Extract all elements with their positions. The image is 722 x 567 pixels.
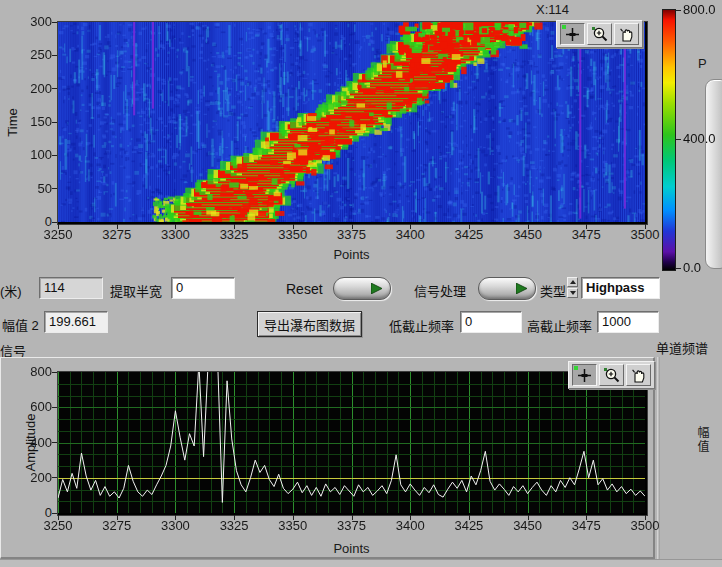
waterfall-cursor-readout: X:114 xyxy=(536,2,569,17)
right-edge-vertical-slider[interactable] xyxy=(705,79,722,269)
waveform-graph-palette xyxy=(568,361,655,389)
waterfall-x-tick-label: 3300 xyxy=(155,227,195,242)
spinner-down-button[interactable] xyxy=(567,288,578,298)
waterfall-y-tick-label: 250 xyxy=(10,47,52,62)
waterfall-x-tickmark xyxy=(234,224,235,229)
magnifier-icon xyxy=(591,26,609,42)
waveform-plot[interactable] xyxy=(57,371,648,516)
color-scale-tickmark xyxy=(676,268,681,269)
filter-type-spinner[interactable] xyxy=(567,277,578,298)
color-scale-tickmark xyxy=(676,10,681,11)
pan-tool-button[interactable] xyxy=(614,23,639,45)
color-scale-tick-label: 400.0 xyxy=(683,131,716,146)
magnifier-icon xyxy=(603,367,621,383)
single-channel-section-label: 单道频谱 xyxy=(656,338,722,357)
waterfall-x-tick-label: 3250 xyxy=(38,227,78,242)
waterfall-x-tickmark xyxy=(645,224,646,229)
waterfall-x-tick-label: 3500 xyxy=(625,227,665,242)
waterfall-x-tick-label: 3475 xyxy=(566,227,606,242)
high-cutoff-field[interactable]: 1000 xyxy=(597,311,659,333)
half-width-label: 提取半宽 xyxy=(110,281,162,300)
waveform-x-tick-label: 3325 xyxy=(214,518,254,533)
right-panel-partial-label: P xyxy=(698,56,707,71)
waterfall-x-tick-label: 3325 xyxy=(214,227,254,242)
right-panel-vertical-axis-label: 幅值 xyxy=(694,426,711,454)
green-arrow-icon xyxy=(516,283,528,294)
cursor-tool-led xyxy=(562,25,566,29)
waveform-y-tick-label: 200 xyxy=(10,470,52,485)
waveform-y-tickmark xyxy=(52,477,57,478)
waveform-x-tick-label: 3500 xyxy=(625,518,665,533)
waterfall-x-tickmark xyxy=(352,224,353,229)
waveform-x-tick-label: 3475 xyxy=(566,518,606,533)
waterfall-y-tickmark xyxy=(52,155,57,156)
waveform-x-tickmark xyxy=(175,515,176,520)
cursor-tool-button[interactable] xyxy=(560,23,585,45)
waveform-x-tick-label: 3450 xyxy=(508,518,548,533)
waveform-canvas[interactable] xyxy=(58,372,645,513)
cursor-tool-led xyxy=(574,366,578,370)
waveform-x-tick-label: 3300 xyxy=(155,518,195,533)
signal-processing-label: 信号处理 xyxy=(414,281,466,300)
up-arrow-icon xyxy=(570,280,576,284)
half-width-field[interactable]: 0 xyxy=(171,277,235,299)
waterfall-y-tickmark xyxy=(52,55,57,56)
waterfall-y-tick-label: 200 xyxy=(10,81,52,96)
waterfall-y-tick-label: 150 xyxy=(10,114,52,129)
spinner-up-button[interactable] xyxy=(567,277,578,287)
color-scale-tickmark xyxy=(676,139,681,140)
down-arrow-icon xyxy=(570,291,576,295)
waterfall-x-tickmark xyxy=(528,224,529,229)
distance-unit-label: (米) xyxy=(0,281,36,300)
waterfall-plot[interactable] xyxy=(57,21,648,225)
color-scale-tick-label: 0.0 xyxy=(683,260,701,275)
waterfall-x-tick-label: 3350 xyxy=(273,227,313,242)
waterfall-x-tick-label: 3400 xyxy=(390,227,430,242)
waterfall-x-tick-label: 3375 xyxy=(332,227,372,242)
waveform-x-tickmark xyxy=(352,515,353,520)
pan-tool-button[interactable] xyxy=(626,364,651,386)
hand-icon xyxy=(618,26,636,42)
zoom-tool-button[interactable] xyxy=(599,364,624,386)
cursor-tool-button[interactable] xyxy=(572,364,597,386)
waveform-y-tickmark xyxy=(52,372,57,373)
waterfall-x-tick-label: 3275 xyxy=(97,227,137,242)
distance-field[interactable]: 114 xyxy=(39,277,103,299)
waveform-x-tickmark xyxy=(586,515,587,520)
waterfall-x-tick-label: 3450 xyxy=(508,227,548,242)
reset-toggle-button[interactable] xyxy=(333,277,391,300)
waveform-y-tickmark xyxy=(52,442,57,443)
filter-type-field[interactable]: Highpass xyxy=(581,277,660,299)
waveform-x-tick-label: 3350 xyxy=(273,518,313,533)
zoom-tool-button[interactable] xyxy=(587,23,612,45)
high-cutoff-label: 高截止频率 xyxy=(527,316,592,335)
waveform-y-tick-label: 600 xyxy=(10,399,52,414)
waveform-x-tick-label: 3250 xyxy=(38,518,78,533)
waterfall-y-tick-label: 300 xyxy=(10,14,52,29)
low-cutoff-field[interactable]: 0 xyxy=(460,311,522,333)
waveform-x-tick-label: 3425 xyxy=(449,518,489,533)
waveform-x-tick-label: 3275 xyxy=(97,518,137,533)
filter-type-label: 类型 xyxy=(540,281,566,300)
waveform-y-tick-label: 800 xyxy=(10,364,52,379)
waterfall-x-tickmark xyxy=(117,224,118,229)
waterfall-x-tickmark xyxy=(175,224,176,229)
crosshair-icon xyxy=(576,368,593,383)
waveform-x-tickmark xyxy=(293,515,294,520)
export-waterfall-data-button[interactable]: 导出瀑布图数据 xyxy=(257,311,362,337)
waveform-x-tick-label: 3375 xyxy=(332,518,372,533)
signal-processing-toggle[interactable] xyxy=(478,277,536,300)
green-arrow-icon xyxy=(371,283,383,294)
waterfall-x-tickmark xyxy=(586,224,587,229)
waterfall-x-tickmark xyxy=(293,224,294,229)
waterfall-heatmap-canvas[interactable] xyxy=(58,22,645,222)
waveform-x-tickmark xyxy=(469,515,470,520)
waterfall-x-tickmark xyxy=(469,224,470,229)
waterfall-graph-palette xyxy=(556,20,643,48)
low-cutoff-label: 低截止频率 xyxy=(389,316,454,335)
amplitude2-field[interactable]: 199.661 xyxy=(44,311,108,333)
waveform-x-tickmark xyxy=(528,515,529,520)
waveform-x-axis-title: Points xyxy=(58,541,645,556)
window-bottom-strip xyxy=(0,559,722,567)
waveform-x-tickmark xyxy=(234,515,235,520)
